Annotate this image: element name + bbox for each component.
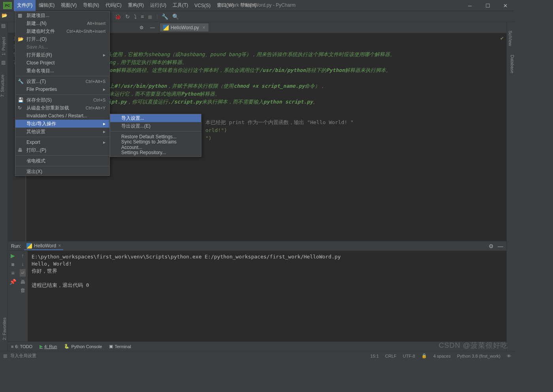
- menu-reload-disk[interactable]: ↻从磁盘全部重新加载Ctrl+Alt+Y: [15, 104, 109, 112]
- menu-export[interactable]: Export▸: [15, 138, 109, 146]
- wrench-icon[interactable]: 🔧: [162, 13, 168, 20]
- titlebar: PC 文件(F) 编辑(E) 视图(V) 导航(N) 代码(C) 重构(R) 运…: [0, 0, 514, 11]
- menu-settings[interactable]: 🔧设置...(T)Ctrl+Alt+S: [15, 77, 109, 85]
- minimize-panel-icon[interactable]: —: [147, 25, 158, 30]
- new-icon: ▦: [18, 13, 24, 18]
- menu-code[interactable]: 代码(C): [102, 0, 125, 11]
- wrench-icon: 🔧: [18, 79, 24, 84]
- folder-icon[interactable]: ▥: [1, 60, 7, 65]
- rerun-icon[interactable]: ▶: [11, 253, 15, 259]
- submenu-settings-repo[interactable]: Settings Repository...: [110, 149, 201, 156]
- menu-rename-project[interactable]: 重命名项目...: [15, 67, 109, 75]
- step-out-icon[interactable]: ◼: [148, 13, 152, 20]
- run-tab-helloword[interactable]: HelloWord ×: [24, 242, 63, 250]
- favorites-toolwindow-tab[interactable]: 2: Favorites: [2, 317, 7, 340]
- search-icon[interactable]: 🔍: [172, 13, 179, 20]
- menu-power-save[interactable]: 省电模式: [15, 157, 109, 165]
- status-encoding[interactable]: UTF-8: [403, 354, 415, 358]
- bottom-toolbar: ≡6: TODO ▶4: Run 🐍Python Console ▣Termin…: [8, 341, 506, 351]
- stop-icon[interactable]: ≡: [141, 13, 144, 20]
- wrap-icon[interactable]: ⤶: [20, 269, 26, 277]
- folder-open-icon: 📂: [18, 36, 24, 42]
- run-label: Run:: [11, 243, 21, 249]
- status-hint: 导入全局设置: [10, 353, 36, 359]
- up-icon[interactable]: ↑: [21, 253, 24, 258]
- status-window-icon[interactable]: ▥: [3, 353, 7, 358]
- menu-export-import[interactable]: 导出/导入操作▸: [15, 120, 109, 128]
- stop-icon[interactable]: ■: [11, 261, 14, 268]
- python-icon: 🐍: [64, 344, 70, 349]
- down-icon[interactable]: ↓: [21, 261, 24, 267]
- menu-file-properties[interactable]: File Properties▸: [15, 85, 109, 93]
- trash-icon[interactable]: 🗑: [20, 287, 25, 293]
- editor-tab-helloword[interactable]: HelloWord.py ×: [160, 23, 209, 32]
- menu-vcs[interactable]: VCS(S): [191, 0, 214, 11]
- menu-view[interactable]: 视图(V): [58, 0, 80, 11]
- submenu-import-settings[interactable]: 导入设置...: [110, 114, 201, 122]
- bug-icon[interactable]: 🐞: [115, 13, 121, 20]
- menu-navigate[interactable]: 导航(N): [80, 0, 102, 11]
- layout-icon[interactable]: ≡: [11, 270, 14, 276]
- menu-exit[interactable]: 退出(X): [15, 168, 109, 175]
- reload-icon[interactable]: ↻: [125, 13, 130, 20]
- maximize-button[interactable]: ☐: [479, 0, 497, 11]
- run-console-output[interactable]: E:\python_workspaces\first_work\venv\Scr…: [28, 251, 506, 341]
- close-button[interactable]: ✕: [497, 0, 514, 11]
- export-import-submenu: 导入设置... 导出设置...(E) Restore Default Setti…: [110, 114, 201, 157]
- file-icon[interactable]: ▤: [1, 23, 7, 28]
- project-toolwindow-tab[interactable]: 1: Project: [1, 37, 6, 55]
- run-toolwindow-tab[interactable]: ▶4: Run: [40, 344, 57, 349]
- database-toolwindow-tab[interactable]: Database: [510, 55, 514, 73]
- python-file-icon: [163, 25, 169, 30]
- watermark: CSDN @菠菜很好吃: [439, 341, 508, 350]
- structure-toolwindow-tab[interactable]: 7: Structure: [0, 75, 5, 97]
- editor-tab-label: HelloWord.py: [171, 25, 199, 30]
- terminal-tab[interactable]: ▣Terminal: [109, 344, 131, 349]
- menu-refactor[interactable]: 重构(R): [125, 0, 147, 11]
- print-icon[interactable]: 🖶: [20, 279, 25, 285]
- menu-save-as[interactable]: Save As...: [15, 43, 109, 51]
- menu-close-project[interactable]: Close Project: [15, 59, 109, 67]
- pycharm-logo-icon: PC: [3, 2, 12, 9]
- menu-save-all[interactable]: 💾保存全部(S)Ctrl+S: [15, 96, 109, 104]
- save-icon: 💾: [18, 97, 24, 103]
- menu-file[interactable]: 文件(F): [14, 0, 36, 11]
- status-cursor-pos[interactable]: 15:1: [371, 354, 379, 358]
- menu-edit[interactable]: 编辑(E): [36, 0, 58, 11]
- menu-tools[interactable]: 工具(T): [169, 0, 191, 11]
- pin-icon[interactable]: 📌: [9, 279, 16, 285]
- minimize-panel-icon[interactable]: —: [498, 243, 503, 249]
- menu-invalidate-caches[interactable]: Invalidate Caches / Restart...: [15, 112, 109, 120]
- submenu-sync-settings[interactable]: Sync Settings to JetBrains Account...: [110, 141, 201, 149]
- close-tab-icon[interactable]: ×: [203, 25, 205, 30]
- menu-open[interactable]: 📂打开...(O): [15, 35, 109, 43]
- folder-open-icon[interactable]: 📂: [2, 13, 8, 18]
- window-title: first_work - HelloWord.py - PyCharm: [219, 2, 295, 8]
- status-indent[interactable]: 4 spaces: [433, 354, 451, 358]
- inspections-ok-icon[interactable]: ✔: [500, 36, 504, 41]
- submenu-export-settings[interactable]: 导出设置...(E): [110, 122, 201, 130]
- python-console-tab[interactable]: 🐍Python Console: [64, 344, 102, 349]
- menu-new[interactable]: 新建...(N)Alt+Insert: [15, 19, 109, 27]
- minimize-button[interactable]: ─: [461, 0, 479, 11]
- lock-icon[interactable]: 🔒: [421, 353, 427, 358]
- menu-run[interactable]: 运行(U): [147, 0, 169, 11]
- sciview-toolwindow-tab[interactable]: SciView: [508, 31, 513, 46]
- menu-print[interactable]: 🖶打印...(P): [15, 146, 109, 154]
- menu-new-project[interactable]: ▦新建项目...: [15, 11, 109, 19]
- partial-code-visible: 本已经把 print 作为一个内置函数，输出 "Hello World! " o…: [205, 119, 354, 142]
- play-icon: ▶: [40, 344, 43, 349]
- close-tab-icon[interactable]: ×: [58, 243, 61, 249]
- pin-icon[interactable]: 👁: [507, 354, 511, 358]
- status-line-sep[interactable]: CRLF: [385, 354, 397, 358]
- run-left-toolbar-2: ↑ ↓ ⤶ 🖶 🗑: [18, 251, 28, 341]
- gear-icon[interactable]: ⚙: [136, 25, 147, 30]
- menu-new-scratch[interactable]: 新建临时文件Ctrl+Alt+Shift+Insert: [15, 27, 109, 35]
- step-icon[interactable]: ⤵: [134, 13, 137, 20]
- settings-icon[interactable]: ⚙: [489, 243, 494, 249]
- menu-other-settings[interactable]: 其他设置▸: [15, 128, 109, 136]
- status-interpreter[interactable]: Python 3.8 (first_work): [457, 354, 500, 358]
- run-header: Run: HelloWord × ⚙ —: [8, 241, 506, 251]
- menu-open-recent[interactable]: 打开最近(R)▸: [15, 51, 109, 59]
- todo-toolwindow-tab[interactable]: ≡6: TODO: [11, 344, 32, 349]
